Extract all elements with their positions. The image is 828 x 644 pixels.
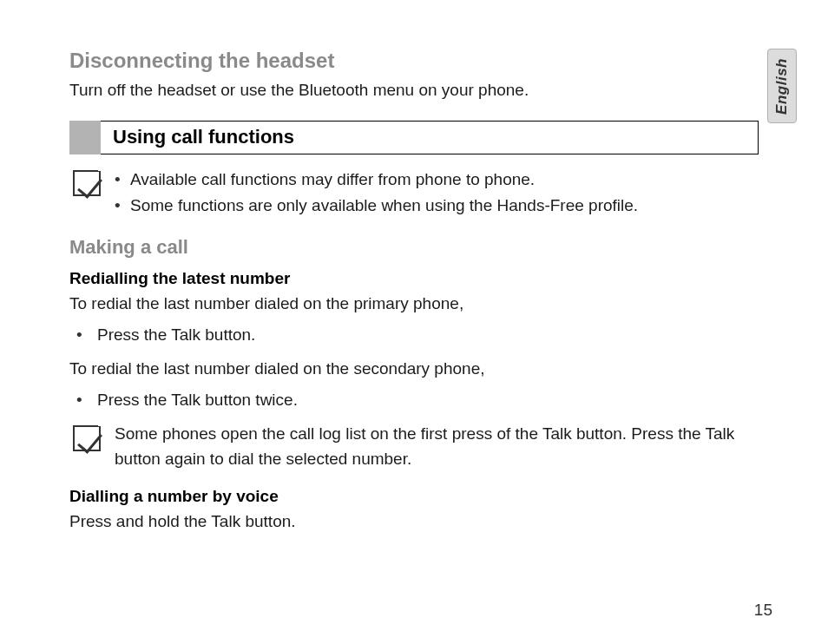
voice-dial-body: Press and hold the Talk button. xyxy=(69,509,759,535)
note-item: Some functions are only available when u… xyxy=(115,193,638,219)
section-title-cell: Using call functions xyxy=(101,121,759,154)
note-content: Some phones open the call log list on th… xyxy=(115,422,759,471)
note-item: Available call functions may differ from… xyxy=(115,167,638,193)
disconnecting-heading: Disconnecting the headset xyxy=(69,49,759,73)
language-tab: English xyxy=(767,49,797,123)
note-block-2: Some phones open the call log list on th… xyxy=(69,422,759,471)
redial-primary-step: Press the Talk button. xyxy=(69,322,759,348)
page-number: 15 xyxy=(754,601,772,620)
note-block-1: Available call functions may differ from… xyxy=(69,167,759,220)
note-content: Available call functions may differ from… xyxy=(115,167,638,220)
call-functions-section-header: Using call functions xyxy=(69,121,759,154)
checkmark-icon xyxy=(73,425,101,451)
note-text: Some phones open the call log list on th… xyxy=(115,422,759,471)
redial-primary-intro: To redial the last number dialed on the … xyxy=(69,292,759,317)
voice-dial-heading: Dialling a number by voice xyxy=(69,487,759,506)
section-marker-block xyxy=(69,121,101,154)
page-content: Disconnecting the headset Turn off the h… xyxy=(0,0,828,578)
making-call-heading: Making a call xyxy=(69,236,759,259)
redial-heading: Redialling the latest number xyxy=(69,269,759,288)
redial-secondary-intro: To redial the last number dialed on the … xyxy=(69,357,759,382)
redial-secondary-step: Press the Talk button twice. xyxy=(69,387,759,413)
language-tab-label: English xyxy=(773,58,791,115)
checkmark-icon xyxy=(73,170,101,196)
disconnecting-body: Turn off the headset or use the Bluetoot… xyxy=(69,78,759,103)
call-functions-title: Using call functions xyxy=(113,126,746,148)
